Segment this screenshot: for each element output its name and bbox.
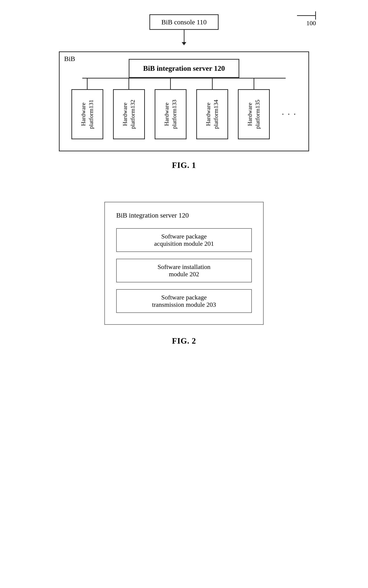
bib-outer-label: BiB (64, 55, 75, 63)
hw-vline-3 (170, 78, 171, 89)
fig2-section: BiB integration server 120 Software pack… (0, 184, 368, 364)
hw-label-131: Hardwareplatform131 (80, 100, 95, 129)
hw-section: Hardwareplatform131 Hardwareplatform132 (66, 78, 302, 139)
module-box-201: Software package acquisition module 201 (116, 228, 252, 252)
fig1-caption: FIG. 1 (172, 160, 196, 170)
ref-100-label: 100 (306, 19, 316, 27)
reference-100: 100 (297, 11, 316, 27)
hw-label-135: Hardwareplatform135 (246, 100, 262, 129)
console-wrapper: BiB console 110 (149, 14, 219, 29)
dots-label: · · · (279, 89, 297, 139)
arrow-console-to-server (184, 29, 184, 42)
module-box-202: Software installation module 202 (116, 259, 252, 282)
hw-label-133: Hardwareplatform133 (163, 100, 178, 129)
hw-vline-2 (129, 78, 129, 89)
hw-label-132: Hardwareplatform132 (121, 100, 137, 129)
module-202-label: Software installation module 202 (123, 263, 245, 278)
module-203-label: Software package transmission module 203 (123, 294, 245, 308)
bib-console-box: BiB console 110 (149, 14, 219, 30)
hw-vline-1 (87, 78, 88, 89)
hw-horizontal-line (82, 78, 286, 78)
hw-connector-4: Hardwareplatform134 (196, 78, 228, 139)
bib-outer-box: BiB BiB integration server 120 H (59, 51, 309, 151)
hw-box-135: Hardwareplatform135 (238, 89, 270, 139)
hw-vline-5 (254, 78, 254, 89)
hw-vline-4 (212, 78, 213, 89)
hw-connector-1: Hardwareplatform131 (71, 78, 103, 139)
hw-box-134: Hardwareplatform134 (196, 89, 228, 139)
integration-server-label: BiB integration server 120 (143, 64, 225, 73)
hw-connector-2: Hardwareplatform132 (113, 78, 145, 139)
hw-box-131: Hardwareplatform131 (71, 89, 103, 139)
integration-wrapper: BiB integration server 120 (66, 59, 302, 78)
hw-box-132: Hardwareplatform132 (113, 89, 145, 139)
hw-connector-3: Hardwareplatform133 (155, 78, 186, 139)
integration-server-box: BiB integration server 120 (129, 59, 239, 78)
fig1-diagram: 100 BiB console 110 BiB BiB integration … (59, 14, 309, 151)
diagram2-title: BiB integration server 120 (116, 211, 252, 219)
diagram2-outer: BiB integration server 120 Software pack… (104, 202, 264, 325)
fig1-section: 100 BiB console 110 BiB BiB integration … (0, 0, 368, 184)
fig2-caption: FIG. 2 (172, 336, 196, 346)
hw-dots: · · · (279, 78, 297, 139)
hw-box-133: Hardwareplatform133 (155, 89, 186, 139)
hw-connector-5: Hardwareplatform135 (238, 78, 270, 139)
hw-label-134: Hardwareplatform134 (204, 100, 220, 129)
module-box-203: Software package transmission module 203 (116, 289, 252, 313)
module-201-label: Software package acquisition module 201 (123, 233, 245, 247)
